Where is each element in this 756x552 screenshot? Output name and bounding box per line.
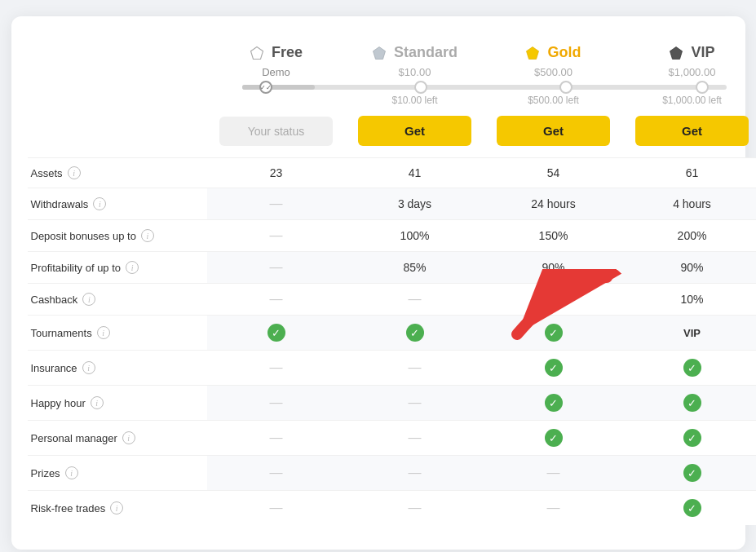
dash-10-2: — [547,501,560,514]
feature-cell-5-2: ✓ [484,316,623,351]
check-icon-10-3: ✓ [683,499,701,517]
dash-4-0: — [270,292,283,306]
feature-cell-6-3: ✓ [623,351,757,386]
feature-row-10: Risk-free tradesi———✓ [28,491,757,526]
feature-cell-10-1: — [346,491,484,526]
check-icon-5-1: ✓ [406,324,424,342]
feature-row-2: Deposit bonuses up toi—100%150%200% [28,220,757,252]
check-icon-8-3: ✓ [683,429,701,447]
feature-row-8: Personal manageri——✓✓ [28,421,757,456]
feature-label-wrapper-2: Deposit bonuses up toi [31,229,204,242]
feature-cell-8-1: — [346,421,484,456]
dash-1-0: — [270,197,283,210]
vip-price: $1,000.00 [623,64,757,82]
feature-label-1: Withdrawals [31,198,89,210]
feature-cell-2-3: 200% [623,220,757,252]
feature-cell-3-2: 90% [484,252,623,284]
info-icon-4[interactable]: i [82,293,95,306]
feature-cell-1-1: 3 days [346,188,484,220]
dash-8-0: — [270,431,283,444]
info-icon-8[interactable]: i [122,431,135,444]
info-icon-6[interactable]: i [82,361,95,374]
std-price: $10.00 [346,64,484,82]
feature-cell-5-1: ✓ [346,316,484,351]
feature-label-wrapper-6: Insurancei [31,361,204,374]
slider-cell[interactable]: ✓ [207,82,757,93]
feature-label-4: Cashback [31,294,78,306]
slider-dot-gold[interactable] [559,81,573,94]
feature-label-0: Assets [31,167,63,179]
your-status-button[interactable]: Your status [219,117,333,146]
feature-label-wrapper-7: Happy houri [31,396,204,409]
dash-2-0: — [270,228,283,242]
get-gold-button[interactable]: Get [497,116,610,146]
info-icon-3[interactable]: i [126,261,139,274]
feature-cell-0-0: 23 [207,158,346,188]
slider-dot-free[interactable]: ✓ [259,81,272,94]
svg-marker-1 [250,47,263,60]
free-remaining [207,93,346,111]
dash-8-1: — [409,431,422,444]
standard-label: Standard [394,44,458,60]
vip-label: VIP [692,44,715,60]
get-vip-button[interactable]: Get [635,116,749,146]
feature-cell-3-1: 85% [346,252,484,284]
feature-cell-1-3: 4 hours [623,188,757,220]
slider-dot-vip[interactable] [696,81,709,94]
pricing-table: Free Standard Gold [28,41,757,525]
feature-cell-10-3: ✓ [623,491,757,526]
dash-3-0: — [270,260,283,274]
feature-row-9: Prizesi———✓ [28,456,757,491]
feature-label-3: Profitability of up to [31,262,122,274]
info-icon-5[interactable]: i [97,326,110,339]
vip-action-cell: Get [623,111,757,158]
info-icon-0[interactable]: i [68,166,81,179]
slider-track[interactable]: ✓ [242,85,727,90]
feature-cell-9-2: — [484,456,623,491]
feature-row-3: Profitability of up toi—85%90%90% [28,252,757,284]
feature-cell-9-0: — [207,456,346,491]
dash-6-1: — [409,360,422,374]
dash-4-1: — [409,292,422,306]
feature-label-6: Insurance [31,362,77,374]
vip-icon [669,44,691,60]
feature-cell-2-2: 150% [484,220,623,252]
feature-cell-8-3: ✓ [623,421,757,456]
info-icon-1[interactable]: i [93,197,106,210]
info-icon-2[interactable]: i [141,229,154,242]
feature-label-wrapper-10: Risk-free tradesi [31,501,204,514]
info-icon-9[interactable]: i [65,466,78,479]
price-row: Demo $10.00 $500.00 $1,000.00 [28,64,757,82]
feature-row-1: Withdrawalsi—3 days24 hours4 hours [28,188,757,220]
slider-fill [242,85,315,90]
info-icon-7[interactable]: i [91,396,104,409]
feature-cell-6-1: — [346,351,484,386]
feature-cell-3-3: 90% [623,252,757,284]
feature-label-8: Personal manager [31,432,117,444]
remaining-row: $10.00 left $500.00 left $1,000.00 left [28,93,757,111]
feature-cell-7-0: — [207,386,346,421]
standard-icon [372,44,394,60]
feature-cell-4-3: 10% [623,284,757,316]
check-icon-8-2: ✓ [545,429,563,447]
gold-label: Gold [548,44,581,60]
tier-vip-header: VIP [623,41,757,64]
svg-marker-4 [670,47,683,60]
feature-cell-8-0: — [207,421,346,456]
svg-marker-3 [527,47,539,60]
info-icon-10[interactable]: i [110,501,123,514]
feature-label-wrapper-3: Profitability of up toi [31,261,204,274]
feature-cell-2-0: — [207,220,346,252]
get-standard-button[interactable]: Get [358,116,471,146]
std-action-cell: Get [346,111,484,158]
free-price: Demo [207,64,346,82]
feature-cell-7-3: ✓ [623,386,757,421]
check-icon-5-0: ✓ [267,324,285,342]
slider-dot-standard[interactable] [414,81,427,94]
check-icon-7-2: ✓ [545,394,563,412]
dash-9-2: — [547,466,560,479]
feature-cell-5-3: VIP [623,316,757,351]
feature-label-wrapper-5: Tournamentsi [31,326,204,339]
check-icon-6-2: ✓ [545,359,563,377]
check-icon-7-3: ✓ [683,394,701,412]
